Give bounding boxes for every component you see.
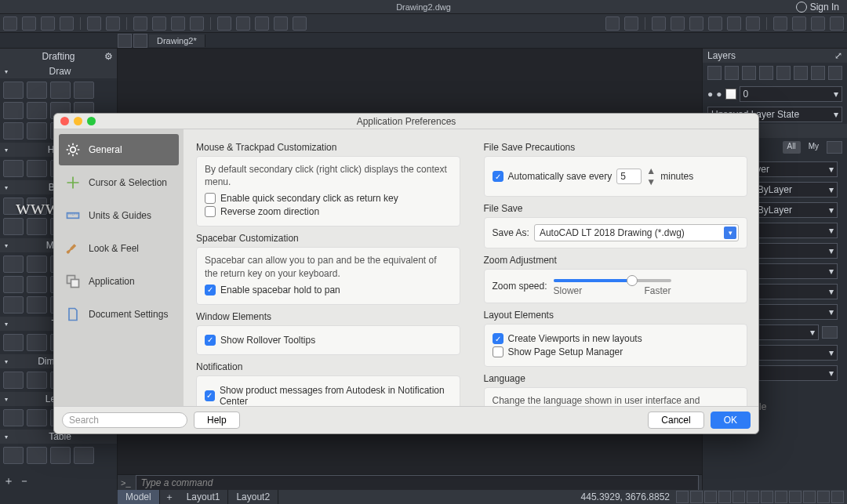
rollover-tooltips-checkbox[interactable]: Show Rollover Tooltips [205, 335, 452, 346]
create-viewports-checkbox[interactable]: Create Viewports in new layouts [493, 333, 740, 344]
help-button[interactable]: Help [194, 412, 240, 429]
paste-icon[interactable] [255, 16, 269, 31]
linear-dim-icon[interactable] [3, 372, 24, 389]
ray-icon[interactable] [27, 122, 47, 140]
layer-match-icon[interactable] [828, 66, 842, 80]
reverse-zoom-checkbox[interactable]: Reverse zoom direction [205, 206, 452, 217]
attdef-icon[interactable] [3, 218, 24, 235]
dtext-icon[interactable] [27, 334, 47, 351]
layer-manager-icon[interactable] [811, 16, 825, 31]
arc-icon[interactable] [3, 102, 24, 119]
layer-freeze-icon[interactable] [725, 66, 739, 80]
paste-special-icon[interactable] [274, 16, 288, 31]
autosave-checkbox[interactable]: Automatically save every 5 ▲▼ minutes [493, 165, 740, 187]
osnap-icon[interactable] [732, 491, 745, 503]
layer-states-icon[interactable] [827, 141, 842, 154]
trim-icon[interactable] [27, 276, 47, 293]
sign-in-button[interactable]: Sign In [796, 2, 839, 13]
xref-icon[interactable] [689, 16, 703, 31]
extract-icon[interactable] [74, 447, 94, 464]
show-page-setup-checkbox[interactable]: Show Page Setup Manager [493, 346, 740, 357]
point-icon[interactable] [3, 122, 24, 140]
notification-checkbox[interactable]: Show product messages from Autodesk in N… [205, 385, 452, 406]
properties-icon[interactable] [746, 16, 760, 31]
gear-icon[interactable]: ⚙ [103, 51, 114, 62]
cut-icon[interactable] [217, 16, 231, 31]
pan-icon[interactable] [624, 16, 638, 31]
layer-walk-icon[interactable] [794, 66, 808, 80]
close-icon[interactable] [60, 117, 69, 125]
undo-icon[interactable] [87, 16, 101, 31]
sidebar-item-units[interactable]: Units & Guides [59, 200, 179, 231]
group-icon[interactable] [727, 16, 741, 31]
save-icon[interactable] [41, 16, 55, 31]
tab-model[interactable]: Model [118, 490, 160, 504]
open-file-icon[interactable] [22, 16, 36, 31]
layer-isolate-icon[interactable] [776, 66, 791, 80]
minutes-stepper[interactable]: ▲▼ [646, 165, 656, 187]
ok-button[interactable]: OK [711, 412, 751, 429]
document-tab[interactable]: Drawing2* [149, 34, 205, 47]
insert-block-icon[interactable] [671, 16, 685, 31]
mirror-icon[interactable] [3, 276, 24, 293]
quick-calc-icon[interactable] [773, 16, 787, 31]
gradient-icon[interactable] [27, 160, 47, 177]
workspace-icon[interactable] [831, 491, 844, 503]
layer-prev-icon[interactable] [811, 66, 825, 80]
snap-icon[interactable] [690, 491, 703, 503]
apply-icon[interactable] [822, 326, 838, 339]
filter-my-tab[interactable]: My [804, 141, 823, 154]
sync-icon[interactable] [27, 218, 47, 235]
sidebar-item-look[interactable]: Look & Feel [59, 233, 179, 264]
sidebar-item-document-settings[interactable]: Document Settings [59, 299, 179, 330]
spline-icon[interactable] [27, 102, 47, 119]
data-link-icon[interactable] [50, 447, 71, 464]
layer-color-swatch[interactable] [725, 89, 736, 100]
annotation-icon[interactable] [817, 491, 830, 503]
copy-tool-icon[interactable] [27, 256, 47, 273]
print-icon[interactable] [133, 16, 147, 31]
tab-grid-icon[interactable] [118, 34, 132, 48]
fillet-icon[interactable] [3, 296, 24, 314]
table-style-tool-icon[interactable] [27, 447, 47, 464]
dialog-titlebar[interactable]: Application Preferences [54, 114, 758, 129]
circle-icon[interactable] [50, 82, 71, 99]
filter-all-tab[interactable]: All [783, 141, 801, 154]
tab-layout2[interactable]: Layout2 [228, 490, 278, 504]
create-block-icon[interactable] [27, 198, 47, 215]
line-icon[interactable] [3, 82, 24, 99]
table-tool-icon[interactable] [3, 447, 24, 464]
layer-color-icon[interactable] [759, 66, 773, 80]
redo-icon[interactable] [106, 16, 120, 31]
save-as-format-select[interactable]: AutoCAD LT 2018 Drawing (*.dwg) ▾ [534, 224, 739, 241]
copy-icon[interactable] [236, 16, 250, 31]
sidebar-item-application[interactable]: Application [59, 266, 179, 297]
otrack-icon[interactable] [747, 491, 759, 503]
qp-icon[interactable] [789, 491, 802, 503]
mtext-icon[interactable] [3, 334, 24, 351]
aligned-dim-icon[interactable] [27, 372, 47, 389]
sidebar-item-general[interactable]: General [59, 134, 179, 165]
table-style-icon[interactable] [830, 16, 844, 31]
design-center-icon[interactable] [792, 16, 806, 31]
layers-panel-header[interactable]: Layers ⤢ [703, 49, 847, 63]
linetype-select[interactable]: ByLayer [754, 182, 838, 198]
command-prompt-icon[interactable]: >_ [121, 478, 131, 488]
spacebar-hold-checkbox[interactable]: Enable spacebar hold to pan [205, 285, 452, 296]
tab-add-icon[interactable] [133, 34, 147, 48]
insert-icon[interactable] [3, 198, 24, 215]
add-layout-icon[interactable]: ＋ [160, 489, 179, 505]
field-icon[interactable] [708, 16, 722, 31]
grid-icon[interactable] [676, 491, 689, 503]
preview-icon[interactable] [171, 16, 185, 31]
plot-icon[interactable] [152, 16, 166, 31]
sidebar-item-cursor[interactable]: Cursor & Selection [59, 167, 179, 198]
command-input[interactable]: Type a command [136, 475, 699, 491]
quick-secondary-checkbox[interactable]: Enable quick secondary click as return k… [205, 193, 452, 204]
minimize-icon[interactable] [74, 117, 82, 125]
selection-cycling-icon[interactable] [803, 491, 816, 503]
remove-panel-icon[interactable]: － [19, 474, 30, 488]
mleader-icon[interactable] [3, 409, 24, 426]
chamfer-icon[interactable] [27, 296, 47, 314]
save-as-icon[interactable] [60, 16, 74, 31]
